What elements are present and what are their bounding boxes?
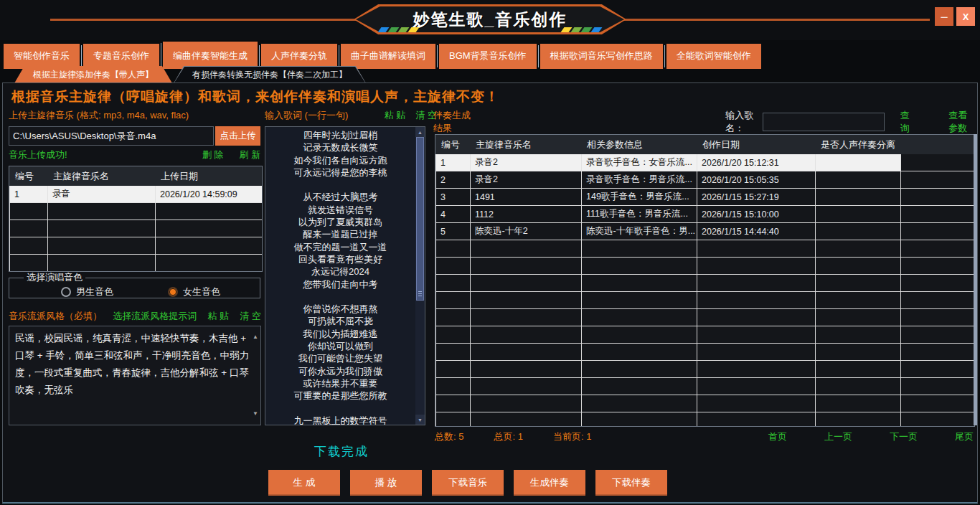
scroll-up-icon[interactable]: ▲ bbox=[415, 127, 425, 137]
table-cell: 录音歌手音色：女音乐流... bbox=[582, 154, 697, 171]
table-row[interactable]: 2录音2录音歌手音色：男音乐流...2026/1/20 15:05:35 bbox=[436, 171, 975, 189]
page-link[interactable]: 上一页 bbox=[824, 431, 852, 442]
page-link[interactable]: 首页 bbox=[768, 431, 787, 442]
voice-legend: 选择演唱音色 bbox=[24, 271, 85, 284]
action-button[interactable]: 下载伴奏 bbox=[595, 470, 667, 496]
column-header: 相关参数信息 bbox=[582, 136, 697, 154]
empty-cell bbox=[901, 240, 975, 258]
query-button[interactable]: 查询 bbox=[900, 109, 913, 135]
table-row[interactable]: 41112111歌手音色：男音乐流...2026/1/15 15:10:00 bbox=[436, 206, 975, 223]
main-tab[interactable]: 人声伴奏分轨 bbox=[261, 44, 337, 69]
page-link[interactable]: 下一页 bbox=[890, 431, 918, 442]
style-paste-button[interactable]: 粘 贴 bbox=[208, 310, 230, 323]
main-tab[interactable]: 专题音乐创作 bbox=[83, 44, 159, 69]
voice-radio-male[interactable]: 男生音色 bbox=[61, 285, 113, 298]
main-tab[interactable]: 曲子曲谱解读填词 bbox=[341, 44, 435, 69]
column-header: 编号 bbox=[10, 167, 48, 186]
empty-cell bbox=[816, 326, 901, 344]
banner-line-left bbox=[50, 19, 363, 21]
uploaded-music-table[interactable]: 编号主旋律音乐名上传日期1录音2026/1/20 14:59:09 bbox=[9, 166, 263, 272]
sub-tab-lossless-convert[interactable]: 有损伴奏转换无损伴奏【伴奏二次加工】 bbox=[174, 66, 366, 83]
table-cell: 2 bbox=[436, 171, 471, 189]
empty-cell bbox=[816, 412, 901, 428]
voice-radio-female[interactable]: 女生音色 bbox=[168, 285, 220, 298]
empty-cell bbox=[471, 361, 582, 378]
empty-table-row bbox=[436, 258, 975, 275]
empty-cell bbox=[10, 237, 48, 255]
table-cell: 录音 bbox=[48, 186, 156, 203]
file-path-input[interactable] bbox=[9, 126, 214, 146]
banner-line-right bbox=[617, 19, 930, 21]
empty-cell bbox=[582, 361, 697, 378]
table-cell bbox=[901, 223, 975, 240]
table-cell: 1491 bbox=[471, 189, 582, 206]
empty-cell bbox=[582, 344, 697, 361]
refresh-link[interactable]: 刷 新 bbox=[239, 148, 260, 161]
delete-link[interactable]: 删 除 bbox=[202, 148, 224, 161]
radio-icon bbox=[168, 287, 178, 297]
table-cell: 2026/1/20 15:05:35 bbox=[697, 171, 816, 189]
song-name-input[interactable] bbox=[763, 113, 885, 131]
lyrics-textarea[interactable]: 四年时光划过眉梢 记录无数成长微笑 如今我们各自向远方跑 可永远记得是您的李桃 … bbox=[265, 126, 425, 425]
table-cell bbox=[816, 189, 901, 206]
empty-cell bbox=[156, 255, 263, 272]
table-row[interactable]: 1录音2录音歌手音色：女音乐流...2026/1/20 15:12:31 bbox=[436, 154, 975, 171]
scrollbar-thumb[interactable] bbox=[416, 137, 424, 301]
empty-cell bbox=[901, 395, 975, 412]
close-button[interactable]: X bbox=[956, 7, 975, 26]
style-hint-link[interactable]: 选择流派风格提示词 bbox=[113, 310, 197, 323]
content-panel: 根据音乐主旋律（哼唱旋律）和歌词，来创作伴奏和演唱人声，主旋律不变！ 上传主旋律… bbox=[2, 82, 978, 504]
main-tab[interactable]: 根据歌词音乐写创作思路 bbox=[540, 44, 663, 69]
action-button[interactable]: 生 成 bbox=[268, 470, 340, 496]
action-button[interactable]: 播 放 bbox=[350, 470, 422, 496]
main-tab[interactable]: 编曲伴奏智能生成 bbox=[163, 42, 258, 69]
minimize-button[interactable]: ─ bbox=[935, 7, 953, 26]
empty-cell bbox=[436, 412, 471, 428]
table-cell bbox=[901, 189, 975, 206]
table-cell: 2026/1/20 14:59:09 bbox=[156, 186, 263, 203]
table-row[interactable]: 1录音2026/1/20 14:59:09 bbox=[10, 186, 263, 203]
upload-status: 音乐上传成功! bbox=[9, 148, 67, 161]
radio-icon bbox=[61, 287, 71, 297]
table-cell: 2026/1/15 15:27:19 bbox=[697, 189, 816, 206]
scrollbar-grip-icon bbox=[418, 291, 422, 297]
empty-cell bbox=[471, 240, 582, 258]
empty-cell bbox=[901, 258, 975, 275]
sub-tab-add-accompaniment[interactable]: 根据主旋律添加伴奏【带人声】 bbox=[14, 66, 172, 83]
action-button[interactable]: 生成伴奏 bbox=[514, 470, 585, 496]
scroll-down-icon[interactable]: ▼ bbox=[253, 405, 258, 423]
style-clear-button[interactable]: 清 空 bbox=[240, 310, 261, 323]
lyrics-scrollbar[interactable]: ▲ ▼ bbox=[415, 127, 425, 425]
chevron-decor-right-icon bbox=[562, 27, 600, 32]
upload-button[interactable]: 点击上传 bbox=[215, 126, 260, 146]
view-params-link[interactable]: 查看参数 bbox=[948, 109, 974, 135]
main-tab[interactable]: BGM背景音乐创作 bbox=[439, 44, 537, 69]
table-cell bbox=[816, 206, 901, 223]
table-row[interactable]: 5陈奕迅-十年2陈奕迅-十年歌手音色：男...2026/1/15 14:44:4… bbox=[436, 223, 975, 240]
empty-cell bbox=[582, 395, 697, 412]
empty-table-row bbox=[436, 292, 975, 309]
action-button[interactable]: 下载音乐 bbox=[432, 470, 504, 496]
column-header: 上传日期 bbox=[156, 167, 263, 186]
table-cell bbox=[816, 223, 901, 240]
results-scrollbar[interactable] bbox=[974, 134, 977, 425]
table-row[interactable]: 31491149歌手音色：男音乐流...2026/1/15 15:27:19 bbox=[436, 189, 975, 206]
scroll-down-icon[interactable]: ▼ bbox=[415, 415, 425, 425]
page-link[interactable]: 尾页 bbox=[955, 431, 974, 442]
main-tab[interactable]: 智能创作音乐 bbox=[4, 44, 80, 69]
style-text: 民谣，校园民谣，纯真青涩，中速轻快节奏，木吉他 + 口琴 + 手铃，简单三和弦和… bbox=[15, 333, 249, 395]
table-cell: 3 bbox=[436, 189, 471, 206]
table-cell bbox=[816, 154, 901, 171]
empty-table-row bbox=[10, 255, 263, 272]
main-tab[interactable]: 全能歌词智能创作 bbox=[666, 44, 761, 69]
empty-cell bbox=[471, 326, 582, 344]
style-textarea[interactable]: 民谣，校园民谣，纯真青涩，中速轻快节奏，木吉他 + 口琴 + 手铃，简单三和弦和… bbox=[9, 326, 261, 425]
empty-cell bbox=[436, 309, 471, 326]
empty-cell bbox=[816, 275, 901, 292]
empty-table-row bbox=[436, 395, 975, 412]
scroll-up-icon[interactable]: ▲ bbox=[253, 329, 258, 346]
results-table[interactable]: 编号主旋律音乐名相关参数信息创作日期是否人声伴奏分离1录音2录音歌手音色：女音乐… bbox=[435, 134, 975, 427]
empty-cell bbox=[901, 344, 975, 361]
lyrics-paste-button[interactable]: 粘 贴 bbox=[385, 109, 406, 122]
column-header: 创作日期 bbox=[697, 136, 816, 154]
